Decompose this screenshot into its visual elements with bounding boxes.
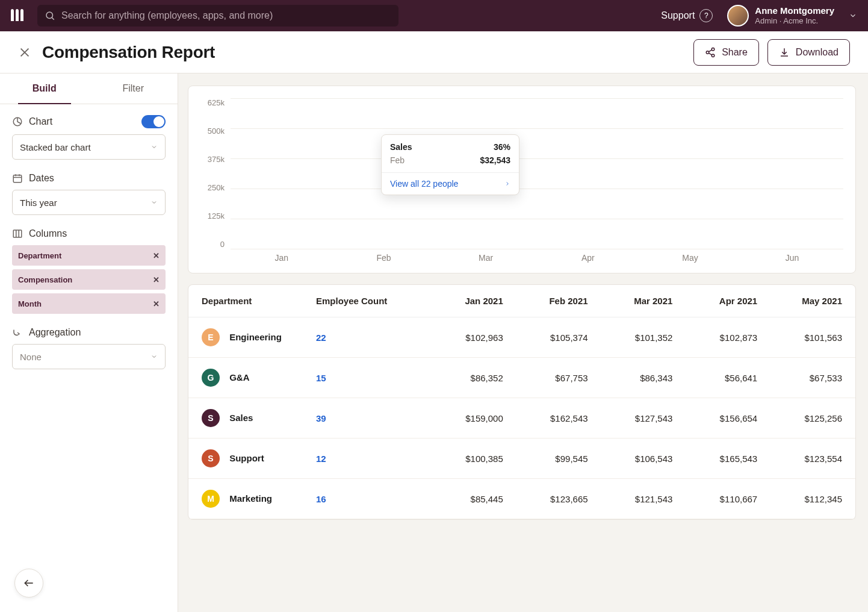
svg-point-0 xyxy=(46,12,53,19)
support-link[interactable]: Support ? xyxy=(661,9,713,22)
chart-section-label: Chart xyxy=(12,115,166,128)
th-month: May 2021 xyxy=(757,296,842,306)
th-month: Feb 2021 xyxy=(503,296,588,306)
cell-amount: $86,352 xyxy=(418,373,503,383)
dept-badge: M xyxy=(202,490,220,508)
cell-amount: $121,543 xyxy=(588,494,673,504)
table-row[interactable]: M Marketing 16 $85,445$123,665$121,543$1… xyxy=(188,479,855,519)
download-button[interactable]: Download xyxy=(767,39,850,66)
chart-card: 625k500k375k250k125k0 JanFebMarAprMayJun… xyxy=(188,86,856,273)
cell-amount: $101,563 xyxy=(757,333,842,343)
chevron-down-icon xyxy=(150,353,158,360)
aggregation-select[interactable]: None xyxy=(12,344,166,369)
svg-point-4 xyxy=(711,48,715,51)
table-row[interactable]: G G&A 15 $86,352$67,753$86,343$56,641$67… xyxy=(188,358,855,398)
cell-amount: $100,385 xyxy=(418,454,503,464)
table-header: Department Employee Count Jan 2021Feb 20… xyxy=(188,285,855,317)
cell-amount: $102,963 xyxy=(418,333,503,343)
chart-tooltip: Sales 36% Feb $32,543 View all 22 people xyxy=(381,134,519,195)
chart-x-axis: JanFebMarAprMayJun xyxy=(231,249,843,267)
employee-count[interactable]: 16 xyxy=(316,494,326,504)
employee-count[interactable]: 12 xyxy=(316,454,326,464)
column-chip[interactable]: Month✕ xyxy=(12,293,166,314)
cell-amount: $102,873 xyxy=(672,333,757,343)
global-search[interactable] xyxy=(37,5,398,27)
cell-amount: $67,753 xyxy=(503,373,588,383)
columns-icon xyxy=(12,228,23,239)
data-table: Department Employee Count Jan 2021Feb 20… xyxy=(188,284,856,520)
dept-name: Marketing xyxy=(229,493,272,504)
user-role: Admin · Acme Inc. xyxy=(755,16,834,26)
cell-amount: $123,665 xyxy=(503,494,588,504)
employee-count[interactable]: 15 xyxy=(316,373,326,383)
chip-remove-icon[interactable]: ✕ xyxy=(153,299,160,308)
employee-count[interactable]: 39 xyxy=(316,413,326,423)
chip-remove-icon[interactable]: ✕ xyxy=(153,251,160,260)
svg-rect-14 xyxy=(13,230,22,237)
tab-filter[interactable]: Filter xyxy=(89,73,178,104)
chip-remove-icon[interactable]: ✕ xyxy=(153,275,160,284)
dept-badge: E xyxy=(202,328,220,346)
cell-amount: $86,343 xyxy=(588,373,673,383)
page-header: Compensation Report Share Download xyxy=(0,31,868,73)
svg-line-1 xyxy=(52,17,54,19)
tooltip-period: Feb xyxy=(390,155,405,165)
svg-line-8 xyxy=(709,53,712,55)
search-icon xyxy=(45,10,55,21)
cell-amount: $159,000 xyxy=(418,413,503,423)
dept-badge: G xyxy=(202,369,220,387)
chevron-down-icon xyxy=(150,199,158,206)
table-row[interactable]: E Engineering 22 $102,963$105,374$101,35… xyxy=(188,317,855,358)
column-chip[interactable]: Compensation✕ xyxy=(12,269,166,290)
cell-amount: $110,667 xyxy=(672,494,757,504)
th-department: Department xyxy=(202,296,316,306)
table-row[interactable]: S Support 12 $100,385$99,545$106,543$165… xyxy=(188,439,855,479)
avatar xyxy=(727,5,749,27)
share-icon xyxy=(705,47,716,58)
dept-name: Engineering xyxy=(229,332,282,342)
tooltip-link[interactable]: View all 22 people xyxy=(382,172,519,195)
calendar-icon xyxy=(12,173,23,184)
tooltip-series: Sales xyxy=(390,142,412,152)
cell-amount: $123,554 xyxy=(757,454,842,464)
th-employee-count: Employee Count xyxy=(316,296,418,306)
cell-amount: $127,543 xyxy=(588,413,673,423)
brand-logo xyxy=(11,9,26,23)
cell-amount: $101,352 xyxy=(588,333,673,343)
employee-count[interactable]: 22 xyxy=(316,333,326,343)
cell-amount: $156,654 xyxy=(672,413,757,423)
th-month: Apr 2021 xyxy=(672,296,757,306)
user-menu[interactable]: Anne Montgomery Admin · Acme Inc. xyxy=(727,5,857,27)
dates-section-label: Dates xyxy=(12,173,166,184)
main-content: 625k500k375k250k125k0 JanFebMarAprMayJun… xyxy=(178,73,868,612)
svg-point-5 xyxy=(706,51,709,54)
help-icon: ? xyxy=(699,9,713,22)
search-input[interactable] xyxy=(61,10,391,21)
cell-amount: $112,345 xyxy=(757,494,842,504)
dates-select[interactable]: This year xyxy=(12,190,166,215)
cell-amount: $162,543 xyxy=(503,413,588,423)
chart-type-select[interactable]: Stacked bar chart xyxy=(12,134,166,160)
column-chip[interactable]: Department✕ xyxy=(12,245,166,266)
close-icon[interactable] xyxy=(18,46,31,59)
back-button[interactable] xyxy=(14,569,43,598)
chevron-down-icon xyxy=(849,11,857,20)
svg-rect-10 xyxy=(13,175,22,183)
sidebar: Build Filter Chart Stacked bar chart Dat… xyxy=(0,73,178,612)
cell-amount: $106,543 xyxy=(588,454,673,464)
share-button[interactable]: Share xyxy=(693,39,759,66)
cell-amount: $67,533 xyxy=(757,373,842,383)
dept-name: Support xyxy=(229,453,264,463)
tooltip-percent: 36% xyxy=(494,142,510,152)
table-row[interactable]: S Sales 39 $159,000$162,543$127,543$156,… xyxy=(188,398,855,439)
columns-section-label: Columns xyxy=(12,228,166,239)
dept-name: Sales xyxy=(229,413,253,423)
th-month: Jan 2021 xyxy=(418,296,503,306)
tab-build[interactable]: Build xyxy=(0,73,89,104)
cell-amount: $125,256 xyxy=(757,413,842,423)
user-name: Anne Montgomery xyxy=(755,5,834,16)
chart-toggle[interactable] xyxy=(141,115,166,128)
svg-point-6 xyxy=(711,54,715,57)
tooltip-value: $32,543 xyxy=(480,155,510,165)
svg-line-7 xyxy=(709,49,712,51)
